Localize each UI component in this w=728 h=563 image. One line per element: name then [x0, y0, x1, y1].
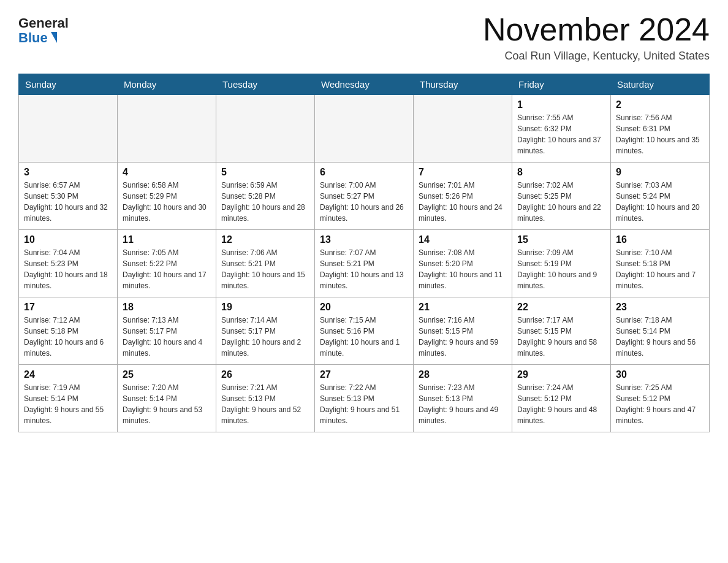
header-row: Sunday Monday Tuesday Wednesday Thursday…	[19, 74, 710, 95]
day-number: 11	[123, 234, 211, 245]
calendar-header: Sunday Monday Tuesday Wednesday Thursday…	[19, 74, 710, 95]
day-info: Sunrise: 6:57 AM Sunset: 5:30 PM Dayligh…	[24, 180, 112, 224]
calendar-cell: 17Sunrise: 7:12 AM Sunset: 5:18 PM Dayli…	[19, 297, 118, 365]
day-info: Sunrise: 6:59 AM Sunset: 5:28 PM Dayligh…	[221, 180, 309, 224]
day-number: 6	[320, 167, 408, 178]
calendar-cell: 9Sunrise: 7:03 AM Sunset: 5:24 PM Daylig…	[611, 163, 710, 230]
calendar-cell: 15Sunrise: 7:09 AM Sunset: 5:19 PM Dayli…	[512, 230, 611, 297]
day-number: 23	[616, 302, 704, 313]
calendar-week-1: 1Sunrise: 7:55 AM Sunset: 6:32 PM Daylig…	[19, 95, 710, 163]
day-info: Sunrise: 7:23 AM Sunset: 5:13 PM Dayligh…	[419, 382, 507, 426]
day-number: 9	[616, 167, 704, 178]
day-info: Sunrise: 7:24 AM Sunset: 5:12 PM Dayligh…	[517, 382, 605, 426]
header-saturday: Saturday	[611, 74, 710, 95]
calendar-cell: 12Sunrise: 7:06 AM Sunset: 5:21 PM Dayli…	[216, 230, 315, 297]
day-info: Sunrise: 7:16 AM Sunset: 5:15 PM Dayligh…	[419, 315, 507, 359]
day-info: Sunrise: 7:25 AM Sunset: 5:12 PM Dayligh…	[616, 382, 704, 426]
calendar-week-5: 24Sunrise: 7:19 AM Sunset: 5:14 PM Dayli…	[19, 365, 710, 432]
calendar-body: 1Sunrise: 7:55 AM Sunset: 6:32 PM Daylig…	[19, 95, 710, 432]
calendar-week-4: 17Sunrise: 7:12 AM Sunset: 5:18 PM Dayli…	[19, 297, 710, 365]
calendar-cell: 23Sunrise: 7:18 AM Sunset: 5:14 PM Dayli…	[611, 297, 710, 365]
calendar-cell: 27Sunrise: 7:22 AM Sunset: 5:13 PM Dayli…	[315, 365, 414, 432]
logo-triangle-icon	[51, 32, 57, 43]
day-info: Sunrise: 7:17 AM Sunset: 5:15 PM Dayligh…	[517, 315, 605, 359]
day-info: Sunrise: 7:10 AM Sunset: 5:18 PM Dayligh…	[616, 247, 704, 291]
day-info: Sunrise: 7:04 AM Sunset: 5:23 PM Dayligh…	[24, 247, 112, 291]
location-text: Coal Run Village, Kentucky, United State…	[483, 50, 710, 63]
calendar-cell: 4Sunrise: 6:58 AM Sunset: 5:29 PM Daylig…	[118, 163, 216, 230]
calendar-cell	[118, 95, 216, 163]
calendar-cell: 18Sunrise: 7:13 AM Sunset: 5:17 PM Dayli…	[118, 297, 216, 365]
header-wednesday: Wednesday	[315, 74, 414, 95]
day-number: 22	[517, 302, 605, 313]
header-tuesday: Tuesday	[216, 74, 315, 95]
day-info: Sunrise: 7:02 AM Sunset: 5:25 PM Dayligh…	[517, 180, 605, 224]
day-info: Sunrise: 7:07 AM Sunset: 5:21 PM Dayligh…	[320, 247, 408, 291]
header-friday: Friday	[512, 74, 611, 95]
day-number: 20	[320, 302, 408, 313]
calendar-cell	[216, 95, 315, 163]
calendar-cell: 29Sunrise: 7:24 AM Sunset: 5:12 PM Dayli…	[512, 365, 611, 432]
day-info: Sunrise: 7:18 AM Sunset: 5:14 PM Dayligh…	[616, 315, 704, 359]
day-info: Sunrise: 7:12 AM Sunset: 5:18 PM Dayligh…	[24, 315, 112, 359]
day-number: 25	[123, 369, 211, 380]
day-number: 28	[419, 369, 507, 380]
day-number: 1	[517, 99, 605, 110]
calendar-cell: 3Sunrise: 6:57 AM Sunset: 5:30 PM Daylig…	[19, 163, 118, 230]
day-number: 5	[221, 167, 309, 178]
day-number: 12	[221, 234, 309, 245]
day-number: 16	[616, 234, 704, 245]
calendar-cell: 10Sunrise: 7:04 AM Sunset: 5:23 PM Dayli…	[19, 230, 118, 297]
day-info: Sunrise: 7:14 AM Sunset: 5:17 PM Dayligh…	[221, 315, 309, 359]
day-number: 18	[123, 302, 211, 313]
day-number: 17	[24, 302, 112, 313]
day-info: Sunrise: 7:03 AM Sunset: 5:24 PM Dayligh…	[616, 180, 704, 224]
calendar-cell: 21Sunrise: 7:16 AM Sunset: 5:15 PM Dayli…	[414, 297, 512, 365]
day-number: 29	[517, 369, 605, 380]
header-sunday: Sunday	[19, 74, 118, 95]
calendar-cell: 1Sunrise: 7:55 AM Sunset: 6:32 PM Daylig…	[512, 95, 611, 163]
day-info: Sunrise: 7:01 AM Sunset: 5:26 PM Dayligh…	[419, 180, 507, 224]
day-info: Sunrise: 7:15 AM Sunset: 5:16 PM Dayligh…	[320, 315, 408, 359]
calendar-cell: 2Sunrise: 7:56 AM Sunset: 6:31 PM Daylig…	[611, 95, 710, 163]
page-header: General Blue November 2024 Coal Run Vill…	[18, 12, 710, 63]
month-title: November 2024	[483, 12, 710, 47]
calendar-cell: 5Sunrise: 6:59 AM Sunset: 5:28 PM Daylig…	[216, 163, 315, 230]
calendar-cell	[315, 95, 414, 163]
calendar-cell: 19Sunrise: 7:14 AM Sunset: 5:17 PM Dayli…	[216, 297, 315, 365]
calendar-cell: 25Sunrise: 7:20 AM Sunset: 5:14 PM Dayli…	[118, 365, 216, 432]
calendar-cell: 20Sunrise: 7:15 AM Sunset: 5:16 PM Dayli…	[315, 297, 414, 365]
day-info: Sunrise: 7:08 AM Sunset: 5:20 PM Dayligh…	[419, 247, 507, 291]
day-info: Sunrise: 7:00 AM Sunset: 5:27 PM Dayligh…	[320, 180, 408, 224]
day-number: 4	[123, 167, 211, 178]
day-info: Sunrise: 7:09 AM Sunset: 5:19 PM Dayligh…	[517, 247, 605, 291]
day-info: Sunrise: 7:19 AM Sunset: 5:14 PM Dayligh…	[24, 382, 112, 426]
day-number: 30	[616, 369, 704, 380]
calendar-cell: 13Sunrise: 7:07 AM Sunset: 5:21 PM Dayli…	[315, 230, 414, 297]
logo: General Blue	[18, 16, 69, 45]
day-number: 15	[517, 234, 605, 245]
day-number: 2	[616, 99, 704, 110]
day-info: Sunrise: 7:56 AM Sunset: 6:31 PM Dayligh…	[616, 112, 704, 156]
title-block: November 2024 Coal Run Village, Kentucky…	[483, 12, 710, 63]
day-info: Sunrise: 7:05 AM Sunset: 5:22 PM Dayligh…	[123, 247, 211, 291]
day-number: 19	[221, 302, 309, 313]
day-info: Sunrise: 7:06 AM Sunset: 5:21 PM Dayligh…	[221, 247, 309, 291]
calendar-week-3: 10Sunrise: 7:04 AM Sunset: 5:23 PM Dayli…	[19, 230, 710, 297]
calendar-cell: 8Sunrise: 7:02 AM Sunset: 5:25 PM Daylig…	[512, 163, 611, 230]
header-thursday: Thursday	[414, 74, 512, 95]
day-info: Sunrise: 7:13 AM Sunset: 5:17 PM Dayligh…	[123, 315, 211, 359]
day-info: Sunrise: 6:58 AM Sunset: 5:29 PM Dayligh…	[123, 180, 211, 224]
logo-blue-text: Blue	[18, 31, 48, 45]
calendar-cell: 6Sunrise: 7:00 AM Sunset: 5:27 PM Daylig…	[315, 163, 414, 230]
day-number: 8	[517, 167, 605, 178]
calendar-cell: 28Sunrise: 7:23 AM Sunset: 5:13 PM Dayli…	[414, 365, 512, 432]
day-info: Sunrise: 7:21 AM Sunset: 5:13 PM Dayligh…	[221, 382, 309, 426]
calendar-cell	[414, 95, 512, 163]
calendar-cell: 26Sunrise: 7:21 AM Sunset: 5:13 PM Dayli…	[216, 365, 315, 432]
day-number: 14	[419, 234, 507, 245]
calendar-cell: 16Sunrise: 7:10 AM Sunset: 5:18 PM Dayli…	[611, 230, 710, 297]
day-number: 7	[419, 167, 507, 178]
calendar-cell: 7Sunrise: 7:01 AM Sunset: 5:26 PM Daylig…	[414, 163, 512, 230]
day-info: Sunrise: 7:20 AM Sunset: 5:14 PM Dayligh…	[123, 382, 211, 426]
